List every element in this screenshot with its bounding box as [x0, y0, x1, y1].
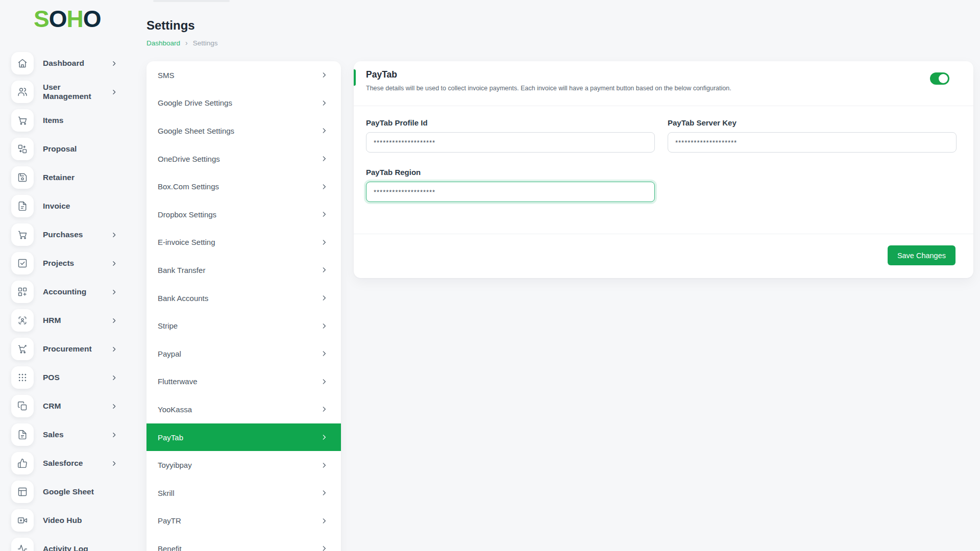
- settings-menu-item[interactable]: SMS: [146, 61, 341, 89]
- sidebar-item-label: Retainer: [43, 173, 75, 182]
- settings-menu-item[interactable]: E-invoice Setting: [146, 229, 341, 257]
- settings-menu-item[interactable]: YooKassa: [146, 395, 341, 423]
- paytab-region-input[interactable]: [366, 182, 655, 202]
- chevron-right-icon: [321, 378, 328, 385]
- home-icon: [11, 52, 34, 74]
- chevron-right-icon: [111, 317, 117, 324]
- sidebar-item[interactable]: Proposal: [0, 135, 133, 163]
- chevron-right-icon: [321, 517, 328, 524]
- settings-menu-item[interactable]: Skrill: [146, 479, 341, 507]
- settings-menu-item[interactable]: Flutterwave: [146, 368, 341, 396]
- chevron-right-icon: [111, 260, 117, 267]
- sidebar-item-label: CRM: [43, 402, 61, 411]
- sidebar-item-label: Dashboard: [43, 59, 84, 68]
- settings-menu-item[interactable]: Stripe: [146, 312, 341, 340]
- sidebar-item[interactable]: User Management: [0, 78, 133, 106]
- settings-menu-item[interactable]: Toyyibpay: [146, 451, 341, 479]
- logo-letter: H: [66, 6, 83, 32]
- panel-description: These details will be used to collect in…: [366, 85, 731, 92]
- sidebar-item[interactable]: Video Hub: [0, 506, 133, 535]
- cart-icon: [11, 223, 34, 246]
- chevron-right-icon: [321, 266, 328, 273]
- chevron-right-icon: [321, 462, 328, 469]
- paytab-server-key-input[interactable]: [668, 132, 957, 153]
- paytab-enabled-toggle[interactable]: [930, 72, 949, 85]
- sidebar-item-label: Accounting: [43, 287, 86, 296]
- app-logo[interactable]: SOHO: [34, 7, 101, 31]
- breadcrumb: Dashboard › Settings: [146, 39, 218, 47]
- file-icon: [11, 423, 34, 446]
- sidebar-item[interactable]: Accounting: [0, 278, 133, 306]
- settings-menu-item[interactable]: OneDrive Settings: [146, 145, 341, 173]
- breadcrumb-dashboard-link[interactable]: Dashboard: [146, 39, 180, 47]
- sidebar-item[interactable]: Retainer: [0, 163, 133, 192]
- chevron-right-icon: [111, 346, 117, 353]
- settings-menu-item[interactable]: Google Sheet Settings: [146, 117, 341, 145]
- sidebar-item[interactable]: Items: [0, 106, 133, 135]
- sidebar-item[interactable]: Google Sheet: [0, 478, 133, 506]
- sidebar-item-label: Purchases: [43, 230, 83, 239]
- chevron-right-icon: [321, 127, 328, 134]
- cart-icon: [11, 109, 34, 132]
- settings-menu-item-label: SMS: [158, 71, 175, 80]
- sidebar-nav: Dashboard User Management Items Proposal: [0, 49, 133, 551]
- sidebar-item[interactable]: Activity Log: [0, 535, 133, 551]
- save-changes-button[interactable]: Save Changes: [888, 245, 955, 265]
- video-icon: [11, 509, 34, 532]
- check-square-icon: [11, 252, 34, 274]
- settings-menu-item[interactable]: PayTR: [146, 507, 341, 535]
- sidebar-item-label: POS: [43, 373, 60, 382]
- sidebar-item[interactable]: Procurement: [0, 335, 133, 363]
- scrollbar-thumb[interactable]: [153, 0, 230, 2]
- sidebar-item[interactable]: Purchases: [0, 220, 133, 249]
- sidebar-item-label: HRM: [43, 316, 61, 325]
- settings-menu-item-label: Google Drive Settings: [158, 98, 232, 107]
- settings-menu-item[interactable]: PayTab: [146, 423, 341, 452]
- settings-menu-item-label: OneDrive Settings: [158, 155, 220, 163]
- chevron-right-icon: [111, 289, 117, 295]
- sidebar-item[interactable]: Projects: [0, 249, 133, 278]
- settings-menu-item[interactable]: Bank Transfer: [146, 256, 341, 284]
- chevron-right-icon: [321, 155, 328, 162]
- chevron-right-icon: [321, 183, 328, 190]
- settings-menu-item-label: Skrill: [158, 489, 175, 497]
- sidebar-item[interactable]: CRM: [0, 392, 133, 420]
- sidebar-item-label: Proposal: [43, 144, 77, 154]
- paytab-profile-id-input[interactable]: [366, 132, 655, 153]
- sidebar-item[interactable]: Sales: [0, 420, 133, 449]
- grid-plus-icon: [11, 281, 34, 303]
- page-header: Settings Dashboard › Settings: [146, 18, 218, 47]
- cart-edit-icon: [11, 338, 34, 360]
- field-label: PayTab Profile Id: [366, 118, 655, 127]
- chevron-right-icon: [321, 294, 328, 302]
- settings-menu-item[interactable]: Bank Accounts: [146, 284, 341, 312]
- field-label: PayTab Region: [366, 168, 655, 177]
- settings-menu-item-label: Bank Transfer: [158, 266, 205, 274]
- settings-menu-item[interactable]: Benefit: [146, 535, 341, 551]
- settings-menu-item[interactable]: Dropbox Settings: [146, 201, 341, 229]
- sidebar-item-label: User Management: [43, 83, 111, 101]
- settings-menu-item[interactable]: Box.Com Settings: [146, 172, 341, 201]
- sidebar-item-label: Video Hub: [43, 516, 82, 525]
- logo-letter: O: [83, 6, 101, 32]
- settings-menu-item[interactable]: Google Drive Settings: [146, 89, 341, 117]
- sidebar-item[interactable]: POS: [0, 363, 133, 392]
- sidebar-item-label: Items: [43, 116, 64, 125]
- settings-menu-item-label: Paypal: [158, 349, 181, 358]
- chevron-right-icon: [111, 403, 117, 410]
- activity-icon: [11, 538, 34, 551]
- sidebar-item-label: Procurement: [43, 344, 92, 354]
- sidebar: SOHO Dashboard User Management Items: [0, 0, 133, 551]
- sidebar-item[interactable]: Invoice: [0, 192, 133, 220]
- settings-menu-item-label: YooKassa: [158, 405, 192, 414]
- sidebar-item[interactable]: HRM: [0, 306, 133, 335]
- sidebar-item[interactable]: Salesforce: [0, 449, 133, 478]
- settings-menu-item-label: Toyyibpay: [158, 461, 192, 469]
- settings-menu-item[interactable]: Paypal: [146, 340, 341, 368]
- panel-accent-bar: [354, 69, 356, 86]
- chevron-right-icon: [321, 239, 328, 246]
- logo-letter: O: [49, 6, 67, 32]
- settings-menu-item-label: Flutterwave: [158, 377, 198, 386]
- sidebar-item[interactable]: Dashboard: [0, 49, 133, 78]
- chevron-right-icon: [321, 489, 328, 496]
